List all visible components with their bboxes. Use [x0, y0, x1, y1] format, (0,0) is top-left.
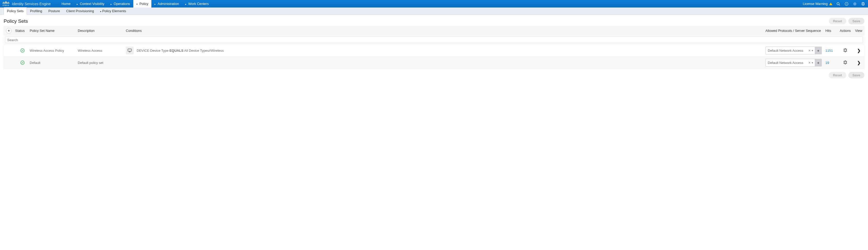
row-protocols: Default Network Access ✕▾ + [766, 59, 826, 66]
topnav-policy[interactable]: Policy [133, 0, 152, 7]
subnav-policy-elements[interactable]: Policy Elements [97, 7, 129, 15]
subnav-client-prov-label: Client Provisioning [66, 9, 94, 13]
page-header: Policy Sets Reset Save [4, 18, 864, 24]
svg-rect-6 [128, 49, 131, 51]
help-icon[interactable]: ? [844, 2, 849, 6]
brand: cisco Identity Services Engine [3, 1, 51, 6]
svg-line-1 [839, 4, 840, 5]
row-actions [837, 60, 853, 65]
cisco-logo-bars [3, 1, 9, 4]
reset-button[interactable]: Reset [829, 72, 846, 78]
status-cell[interactable] [15, 60, 30, 65]
gear-icon[interactable] [861, 2, 865, 6]
th-view: View [853, 29, 864, 33]
row-description[interactable]: Wireless Access [78, 49, 126, 53]
subnav-profiling[interactable]: Profiling [27, 7, 45, 15]
topnav-context-visibility[interactable]: Context Visibility [74, 0, 107, 7]
subnav-profiling-label: Profiling [30, 9, 42, 13]
clear-icon[interactable]: ✕ [808, 61, 811, 64]
condition-text: DEVICE·Device Type EQUALS All Device Typ… [137, 49, 224, 53]
chevron-down-icon[interactable]: ▾ [812, 61, 813, 64]
sub-nav: Policy Sets Profiling Posture Client Pro… [0, 7, 868, 15]
cisco-logo: cisco [3, 1, 9, 6]
svg-point-4 [853, 2, 857, 5]
row-name[interactable]: Wireless Access Policy [30, 49, 78, 53]
subnav-policy-elements-label: Policy Elements [102, 9, 126, 13]
topnav-home-label: Home [61, 2, 70, 6]
cond-prefix: DEVICE·Device Type [137, 49, 169, 53]
caret-right-icon [100, 9, 102, 13]
th-hits: Hits [826, 29, 837, 33]
protocol-value: Default Network Access [766, 49, 807, 53]
page-body: Policy Sets Reset Save + Status Policy S… [0, 15, 868, 82]
caret-right-icon [154, 2, 157, 6]
clear-icon[interactable]: ✕ [808, 49, 811, 52]
caret-right-icon [77, 2, 79, 6]
row-view: ❯ [853, 48, 864, 53]
topnav-home[interactable]: Home [58, 0, 74, 7]
chevron-down-icon[interactable]: ▾ [812, 49, 813, 52]
add-protocol-button[interactable]: + [815, 47, 822, 54]
gear-icon[interactable] [843, 49, 847, 53]
add-policy-button[interactable]: + [6, 28, 11, 34]
topnav-policy-label: Policy [140, 2, 149, 6]
save-button[interactable]: Save [848, 18, 864, 24]
topnav-operations[interactable]: Operations [107, 0, 133, 7]
reset-button[interactable]: Reset [829, 18, 846, 24]
subnav-policy-sets[interactable]: Policy Sets [4, 7, 27, 15]
th-actions: Actions [837, 29, 853, 33]
cond-suffix: All Device Types#Wireless [183, 49, 224, 53]
th-name: Policy Set Name [30, 29, 78, 33]
header-buttons: Reset Save [829, 18, 864, 24]
th-status: Status [15, 29, 30, 33]
product-name: Identity Services Engine [12, 2, 51, 6]
search-icon[interactable] [836, 2, 841, 6]
row-hits: 1151 [826, 49, 837, 53]
page-title: Policy Sets [4, 18, 28, 24]
protocol-select[interactable]: Default Network Access ✕▾ + [766, 47, 822, 54]
topnav-operations-label: Operations [114, 2, 130, 6]
topnav-work-centers[interactable]: Work Centers [182, 0, 212, 7]
status-enabled-icon [21, 48, 25, 53]
row-hits: 19 [826, 61, 837, 65]
cisco-logo-text: cisco [3, 4, 9, 6]
search-input[interactable] [5, 36, 863, 43]
warning-triangle-icon [829, 3, 832, 5]
row-name[interactable]: Default [30, 61, 78, 65]
top-nav: Home Context Visibility Operations Polic… [58, 0, 212, 7]
row-description[interactable]: Default policy set [78, 61, 126, 65]
license-warning-label: License Warning [803, 2, 828, 6]
row-conditions[interactable]: DEVICE·Device Type EQUALS All Device Typ… [126, 47, 766, 54]
license-warning[interactable]: License Warning [803, 2, 832, 6]
caret-right-icon [185, 2, 187, 6]
chevron-right-icon[interactable]: ❯ [857, 60, 861, 65]
svg-text:?: ? [846, 3, 847, 5]
th-description: Description [78, 29, 126, 33]
caret-down-icon [136, 2, 138, 6]
topnav-context-label: Context Visibility [80, 2, 104, 6]
topnav-administration[interactable]: Administration [151, 0, 182, 7]
subnav-policy-sets-label: Policy Sets [7, 9, 24, 13]
add-protocol-button[interactable]: + [815, 59, 822, 66]
protocol-select[interactable]: Default Network Access ✕▾ + [766, 59, 822, 66]
gear-icon[interactable] [843, 61, 847, 65]
hits-link[interactable]: 19 [826, 61, 829, 65]
hits-link[interactable]: 1151 [826, 49, 833, 53]
chevron-right-icon[interactable]: ❯ [857, 48, 861, 53]
top-bar: cisco Identity Services Engine Home Cont… [0, 0, 868, 7]
status-cell[interactable] [15, 48, 30, 53]
protocol-value: Default Network Access [766, 61, 807, 65]
subnav-client-provisioning[interactable]: Client Provisioning [63, 7, 97, 15]
protocol-controls: ✕▾ [807, 49, 815, 52]
subnav-posture[interactable]: Posture [45, 7, 63, 15]
device-type-icon [126, 47, 133, 54]
row-actions [837, 48, 853, 53]
policy-table: + Status Policy Set Name Description Con… [4, 26, 864, 69]
footer-buttons: Reset Save [4, 72, 864, 78]
table-header: + Status Policy Set Name Description Con… [4, 26, 864, 35]
topbar-right: License Warning ? [803, 2, 865, 6]
table-row: Wireless Access Policy Wireless Access D… [4, 44, 864, 56]
save-button[interactable]: Save [848, 72, 864, 78]
search-row [4, 35, 864, 44]
user-icon[interactable] [852, 2, 857, 6]
